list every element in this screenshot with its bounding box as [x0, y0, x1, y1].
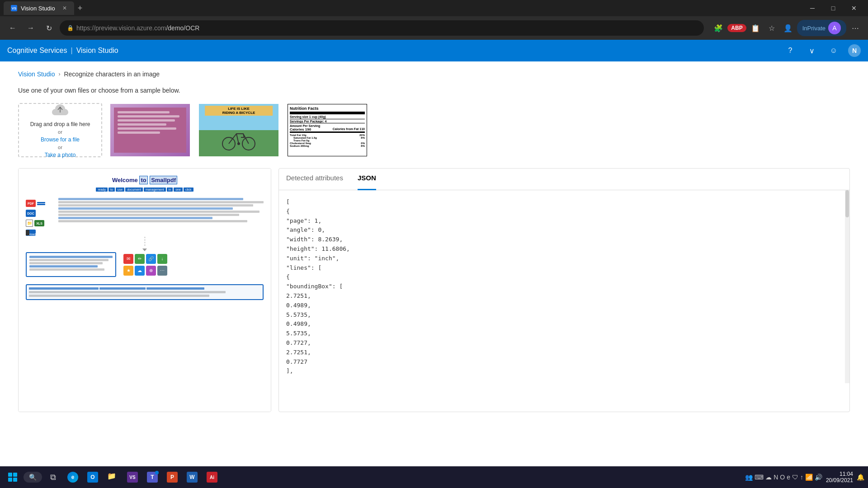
- inprivate-button[interactable]: InPrivate A: [797, 20, 846, 36]
- sp-tag-use: use: [116, 188, 124, 192]
- sp-tag-click: click: [184, 188, 193, 192]
- tray-edge-icon[interactable]: e: [787, 474, 790, 481]
- new-tab-button[interactable]: +: [78, 4, 83, 13]
- sp-share-icon-2: ✏: [135, 254, 145, 264]
- browser-tab[interactable]: VS Vision Studio ✕: [4, 1, 74, 15]
- back-button[interactable]: ←: [5, 21, 20, 35]
- json-lines: [ { "page": 1, "angle": 0, "width": 8.26…: [286, 197, 837, 376]
- json-line-8: "lines": [: [286, 263, 837, 273]
- outlook-icon: O: [87, 472, 98, 483]
- sample-image-2[interactable]: LIFE IS LIKERIDING A BICYCLE: [198, 103, 279, 157]
- taskbar-powerpoint-app[interactable]: P: [163, 468, 181, 486]
- powerpoint-icon: P: [167, 472, 178, 483]
- taskbar-outlook-app[interactable]: O: [84, 468, 102, 486]
- word-icon: W: [187, 472, 198, 483]
- browse-link[interactable]: Browse for a file: [41, 136, 80, 143]
- maximize-button[interactable]: □: [823, 0, 844, 16]
- url-domain: preview.vision.azure.com: [95, 24, 166, 32]
- taskbar-search-icon: 🔍: [29, 474, 37, 481]
- file-upload-box[interactable]: Drag and drop a file here or Browse for …: [18, 103, 102, 157]
- address-bar: ← → ↻ 🔒 https://preview.vision.azure.com…: [0, 16, 868, 40]
- sp-tag-ready: ready: [96, 188, 108, 192]
- app-header: Cognitive Services | Vision Studio ? ∨ ☺…: [0, 40, 868, 61]
- taskbar-edge-app[interactable]: e: [64, 468, 82, 486]
- tray-security-icon[interactable]: 🛡: [792, 474, 798, 481]
- take-photo-link[interactable]: Take a photo: [45, 152, 76, 158]
- feedback-icon[interactable]: ☺: [826, 43, 841, 58]
- taskbar-system-tray: 👥 ⌨ ☁ N O e 🛡 ↑ 📶 🔊 11:04 20/09/2021 🔔: [745, 471, 864, 483]
- results-panel: Detected attributes JSON [ { "page": 1, …: [278, 168, 850, 412]
- image-preview-panel: Welcome to Smallpdf ready to use documen…: [18, 168, 271, 412]
- taskbar-vs-app[interactable]: VS: [123, 468, 142, 486]
- favorites-icon[interactable]: ☆: [764, 21, 779, 35]
- tab-favicon: VS: [11, 5, 17, 11]
- system-clock[interactable]: 11:04 20/09/2021: [826, 471, 853, 483]
- task-view-button[interactable]: ⧉: [44, 468, 62, 486]
- acrobat-icon: Ai: [207, 472, 217, 483]
- sp-share-icon-1: ✉: [123, 254, 133, 264]
- sp-share-icon-5: ★: [123, 266, 133, 276]
- tray-people-icon[interactable]: 👥: [745, 474, 753, 481]
- tab-detected-attributes[interactable]: Detected attributes: [286, 169, 343, 190]
- taskbar-word-app[interactable]: W: [183, 468, 201, 486]
- tray-keyboard-icon[interactable]: ⌨: [755, 474, 764, 481]
- json-line-19: ],: [286, 366, 837, 376]
- json-line-5: "width": 8.2639,: [286, 235, 837, 244]
- refresh-button[interactable]: ↻: [42, 21, 56, 35]
- collections-icon[interactable]: 📋: [748, 21, 763, 35]
- tab-close-button[interactable]: ✕: [62, 5, 67, 11]
- smallpdf-preview: Welcome to Smallpdf ready to use documen…: [19, 169, 271, 412]
- json-line-1: [: [286, 197, 837, 207]
- image-selection-row: Drag and drop a file here or Browse for …: [18, 103, 850, 157]
- tray-onedrive-icon[interactable]: ☁: [765, 474, 772, 481]
- taskbar: 🔍 ⧉ e O 📁 VS T P W Ai 👥 ⌨ ☁ N O e 🛡: [0, 466, 868, 488]
- sample-image-3[interactable]: Nutrition Facts Serving size 1 cup (40g)…: [287, 103, 368, 157]
- more-button[interactable]: ⋯: [848, 21, 863, 35]
- json-line-4: "angle": 0,: [286, 225, 837, 235]
- sp-share-icon-6: ☁: [135, 266, 145, 276]
- tray-updates-icon[interactable]: ↑: [800, 474, 803, 481]
- minimize-button[interactable]: ─: [802, 0, 823, 16]
- abp-badge[interactable]: ABP: [727, 24, 746, 32]
- notification-center-icon[interactable]: 🔔: [857, 474, 864, 481]
- tabs-bar: Detected attributes JSON: [279, 169, 849, 190]
- sp-xls-icon: XLS: [34, 220, 44, 226]
- forward-button[interactable]: →: [24, 21, 38, 35]
- profile-icon[interactable]: 👤: [781, 21, 795, 35]
- json-line-2: {: [286, 207, 837, 216]
- chevron-down-icon[interactable]: ∨: [805, 43, 819, 58]
- header-right: ? ∨ ☺ N: [783, 43, 861, 58]
- taskbar-explorer-app[interactable]: 📁: [104, 468, 122, 486]
- sp-share-icon-3: 🔗: [146, 254, 156, 264]
- sample-image-1[interactable]: [109, 103, 191, 157]
- address-input[interactable]: 🔒 https://preview.vision.azure.com/demo/…: [60, 20, 704, 36]
- tray-sound-icon[interactable]: 🔊: [815, 474, 822, 481]
- taskbar-search[interactable]: 🔍: [24, 472, 42, 483]
- window-controls: ─ □ ✕: [802, 0, 864, 16]
- taskbar-acrobat-app[interactable]: Ai: [203, 468, 221, 486]
- start-button[interactable]: [4, 468, 22, 486]
- windows-icon: [8, 473, 17, 482]
- json-line-11: 2.7251,: [286, 291, 837, 301]
- user-avatar[interactable]: N: [848, 44, 861, 57]
- tab-json[interactable]: JSON: [358, 169, 376, 190]
- breadcrumb-home-link[interactable]: Vision Studio: [18, 70, 55, 78]
- extensions-icon[interactable]: 🧩: [711, 21, 726, 35]
- json-line-17: 2.7251,: [286, 348, 837, 357]
- vs-icon: VS: [127, 472, 138, 483]
- sp-share-icon-more: ⋯: [157, 266, 167, 276]
- svg-point-2: [237, 142, 240, 145]
- taskbar-teams-app[interactable]: T: [143, 468, 161, 486]
- json-line-12: 0.4989,: [286, 301, 837, 310]
- tray-wifi-icon[interactable]: 📶: [805, 474, 813, 481]
- close-button[interactable]: ✕: [844, 0, 864, 16]
- task-view-icon: ⧉: [50, 473, 56, 482]
- tray-outlook-icon[interactable]: O: [780, 474, 785, 481]
- json-scrollbar-thumb[interactable]: [845, 190, 849, 217]
- clock-time: 11:04: [826, 471, 853, 477]
- url-path: /demo/OCR: [166, 24, 199, 32]
- browser-titlebar: VS Vision Studio ✕ + ─ □ ✕: [0, 0, 868, 16]
- tray-onenote-icon[interactable]: N: [774, 474, 778, 481]
- json-scrollbar[interactable]: [845, 190, 849, 383]
- help-icon[interactable]: ?: [783, 43, 797, 58]
